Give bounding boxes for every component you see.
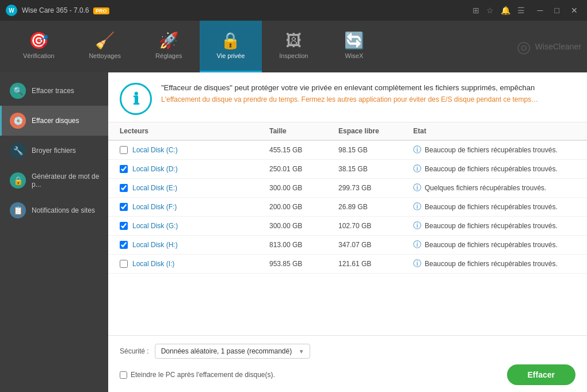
disk-free-0: 98.15 GB [338, 146, 413, 154]
disk-checkbox-4[interactable] [120, 222, 128, 230]
menu-icon[interactable]: ☰ [517, 6, 525, 15]
wisecleaner-brand: ◎ WiseCleaner [517, 21, 581, 72]
sidebar-item-label: Générateur de mot de p... [32, 172, 100, 189]
disk-link-6[interactable]: Local Disk (I:) [132, 260, 174, 268]
main-content: 🔍 Effacer traces 💿 Effacer disques 🔧 Bro… [0, 72, 587, 392]
tab-verification-label: Vérification [23, 52, 54, 59]
sidebar-item-notifications[interactable]: 📋 Notifications de sites [0, 195, 108, 225]
effacer-disques-icon: 💿 [10, 113, 26, 129]
sidebar: 🔍 Effacer traces 💿 Effacer disques 🔧 Bro… [0, 72, 108, 392]
disk-status-0: ⓘ Beaucoup de fichiers récupérables trou… [413, 145, 575, 155]
star-icon[interactable]: ☆ [486, 6, 494, 15]
disk-link-0[interactable]: Local Disk (C:) [132, 146, 178, 154]
disk-status-5: ⓘ Beaucoup de fichiers récupérables trou… [413, 240, 575, 250]
disk-name-cell: Local Disk (C:) [120, 146, 269, 154]
close-button[interactable]: ✕ [567, 5, 581, 16]
tab-reglages[interactable]: 🚀 Réglages [138, 21, 199, 72]
info-text-block: "Effaceur de disques" peut protéger votr… [161, 83, 575, 103]
security-select[interactable]: Données aléatoire, 1 passe (recommandé)D… [155, 344, 310, 359]
titlebar-icons: ⊞ ☆ 🔔 ☰ [472, 6, 525, 15]
tab-inspection-label: Inspection [279, 52, 308, 59]
status-text: Quelques fichiers récupérables trouvés. [425, 184, 546, 192]
tab-reglages-label: Réglages [155, 52, 182, 59]
table-row: Local Disk (I:) 953.85 GB 121.61 GB ⓘ Be… [108, 255, 587, 274]
disk-status-3: ⓘ Beaucoup de fichiers récupérables trou… [413, 202, 575, 212]
effacer-button[interactable]: Effacer [507, 364, 575, 385]
disk-checkbox-6[interactable] [120, 260, 128, 268]
tab-inspection[interactable]: 🖼 Inspection [262, 21, 325, 72]
disk-link-4[interactable]: Local Disk (G:) [132, 222, 178, 230]
verification-icon: 🎯 [29, 33, 49, 49]
table-row: Local Disk (D:) 250.01 GB 38.15 GB ⓘ Bea… [108, 160, 587, 179]
security-row: Sécurité : Données aléatoire, 1 passe (r… [120, 344, 575, 359]
disk-link-1[interactable]: Local Disk (D:) [132, 165, 178, 173]
broyer-fichiers-icon: 🔧 [10, 143, 26, 159]
disk-checkbox-3[interactable] [120, 203, 128, 211]
pro-badge: PRO [93, 7, 109, 14]
info-status-icon: ⓘ [413, 221, 421, 231]
disk-name-cell: Local Disk (G:) [120, 222, 269, 230]
status-text: Beaucoup de fichiers récupérables trouvé… [425, 241, 558, 249]
minimize-button[interactable]: ─ [534, 5, 547, 16]
disk-checkbox-5[interactable] [120, 241, 128, 249]
info-status-icon: ⓘ [413, 240, 421, 250]
disk-size-4: 300.00 GB [269, 222, 338, 230]
content-footer: Sécurité : Données aléatoire, 1 passe (r… [108, 335, 587, 392]
col-espace-libre: Espace libre [338, 127, 413, 135]
tab-nettoyages-label: Nettoyages [89, 52, 121, 59]
grid-icon[interactable]: ⊞ [472, 6, 479, 15]
sidebar-item-label: Broyer fichiers [32, 147, 76, 155]
sidebar-item-broyer-fichiers[interactable]: 🔧 Broyer fichiers [0, 136, 108, 166]
maximize-button[interactable]: □ [551, 5, 563, 16]
disk-checkbox-0[interactable] [120, 146, 128, 154]
disk-size-2: 300.00 GB [269, 184, 338, 192]
security-label: Sécurité : [120, 347, 149, 355]
disk-free-1: 38.15 GB [338, 165, 413, 173]
effacer-traces-icon: 🔍 [10, 83, 26, 99]
disk-link-3[interactable]: Local Disk (F:) [132, 203, 177, 211]
footer-actions: Eteindre le PC après l'effacement de dis… [120, 364, 575, 385]
sidebar-item-effacer-traces[interactable]: 🔍 Effacer traces [0, 76, 108, 106]
col-taille: Taille [269, 127, 338, 135]
vie-privee-icon: 🔒 [220, 33, 241, 49]
table-header: Lecteurs Taille Espace libre Etat [108, 122, 587, 141]
disk-free-5: 347.07 GB [338, 241, 413, 249]
status-text: Beaucoup de fichiers récupérables trouvé… [425, 260, 558, 268]
disk-name-cell: Local Disk (I:) [120, 260, 269, 268]
sidebar-item-label: Notifications de sites [32, 206, 95, 214]
info-header: ℹ "Effaceur de disques" peut protéger vo… [108, 72, 587, 122]
sidebar-item-effacer-disques[interactable]: 💿 Effacer disques [0, 106, 108, 136]
info-status-icon: ⓘ [413, 164, 421, 174]
tab-vie-privee[interactable]: 🔒 Vie privée [200, 21, 262, 72]
disk-checkbox-2[interactable] [120, 184, 128, 192]
tab-vie-privee-label: Vie privée [217, 52, 245, 59]
shutdown-checkbox-label[interactable]: Eteindre le PC après l'effacement de dis… [120, 371, 275, 379]
security-select-wrapper: Données aléatoire, 1 passe (recommandé)D… [155, 344, 310, 359]
tab-nettoyages[interactable]: 🧹 Nettoyages [71, 21, 138, 72]
disk-name-cell: Local Disk (E:) [120, 184, 269, 192]
tab-verification[interactable]: 🎯 Vérification [6, 21, 71, 72]
generateur-icon: 🔒 [10, 172, 26, 189]
shutdown-label: Eteindre le PC après l'effacement de dis… [131, 371, 275, 379]
table-row: Local Disk (E:) 300.00 GB 299.73 GB ⓘ Qu… [108, 179, 587, 198]
status-text: Beaucoup de fichiers récupérables trouvé… [425, 146, 558, 154]
nettoyages-icon: 🧹 [95, 33, 115, 49]
tab-wisex[interactable]: 🔄 WiseX [325, 21, 383, 72]
disk-status-1: ⓘ Beaucoup de fichiers récupérables trou… [413, 164, 575, 174]
disk-link-2[interactable]: Local Disk (E:) [132, 184, 177, 192]
disk-name-cell: Local Disk (D:) [120, 165, 269, 173]
sidebar-item-generateur[interactable]: 🔒 Générateur de mot de p... [0, 166, 108, 195]
disk-size-6: 953.85 GB [269, 260, 338, 268]
sidebar-item-label: Effacer disques [32, 117, 79, 125]
disk-table: Lecteurs Taille Espace libre Etat Local … [108, 122, 587, 335]
app-logo: W [6, 5, 17, 16]
table-body: Local Disk (C:) 455.15 GB 98.15 GB ⓘ Bea… [108, 141, 587, 274]
bell-icon[interactable]: 🔔 [501, 6, 510, 15]
reglages-icon: 🚀 [159, 33, 179, 49]
disk-free-3: 26.89 GB [338, 203, 413, 211]
disk-link-5[interactable]: Local Disk (H:) [132, 241, 178, 249]
table-row: Local Disk (G:) 300.00 GB 102.70 GB ⓘ Be… [108, 217, 587, 236]
shutdown-checkbox[interactable] [120, 371, 127, 379]
info-title: "Effaceur de disques" peut protéger votr… [161, 83, 575, 93]
disk-checkbox-1[interactable] [120, 165, 128, 173]
